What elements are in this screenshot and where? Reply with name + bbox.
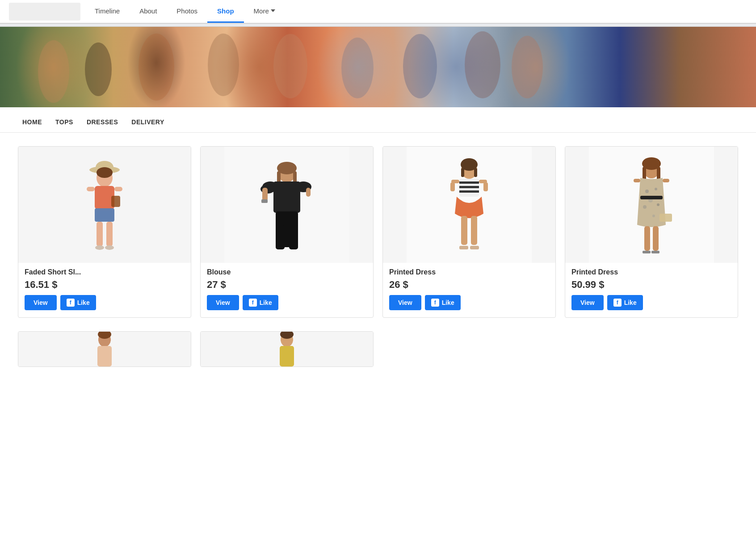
svg-point-5 <box>341 38 374 98</box>
product-actions-2: View f Like <box>207 295 367 310</box>
svg-rect-54 <box>470 246 479 249</box>
view-button-1[interactable]: View <box>25 295 57 310</box>
svg-rect-32 <box>262 188 268 201</box>
svg-point-3 <box>208 34 239 96</box>
product-card: Printed Dress 50.99 $ View f Like <box>565 146 738 318</box>
svg-point-20 <box>95 245 104 250</box>
product-info-2: Blouse 27 $ View f Like <box>201 263 373 317</box>
svg-rect-70 <box>644 226 650 251</box>
product-name-2: Blouse <box>207 268 367 276</box>
partial-figure-1 <box>91 332 118 367</box>
page-logo <box>9 3 80 21</box>
like-button-2[interactable]: f Like <box>243 295 278 310</box>
product-info-3: Printed Dress 26 $ View f Like <box>383 263 555 317</box>
svg-rect-37 <box>261 199 268 203</box>
banner-image <box>0 27 756 107</box>
svg-rect-53 <box>459 246 468 249</box>
svg-point-21 <box>105 245 114 250</box>
like-button-1[interactable]: f Like <box>60 295 96 310</box>
category-home[interactable]: HOME <box>22 118 42 126</box>
product-figure-2 <box>201 147 373 263</box>
product-grid: Faded Short Sl... 16.51 $ View f Like <box>0 133 756 331</box>
svg-rect-18 <box>97 222 103 246</box>
product-image-2 <box>201 147 373 263</box>
product-figure-1 <box>18 147 191 263</box>
svg-rect-22 <box>111 196 120 207</box>
product-name-3: Printed Dress <box>389 268 549 276</box>
nav-tab-photos[interactable]: Photos <box>167 0 207 23</box>
facebook-icon-3: f <box>431 299 439 307</box>
category-delivery[interactable]: DELIVERY <box>131 118 164 126</box>
partial-figure-2 <box>273 332 300 367</box>
like-button-3[interactable]: f Like <box>425 295 461 310</box>
product-image-4 <box>565 147 738 263</box>
facebook-icon-1: f <box>67 299 75 307</box>
svg-rect-73 <box>651 251 659 253</box>
product-actions-3: View f Like <box>389 295 549 310</box>
view-button-4[interactable]: View <box>571 295 604 310</box>
svg-rect-19 <box>106 222 113 246</box>
category-dresses[interactable]: DRESSES <box>87 118 118 126</box>
svg-point-6 <box>403 34 437 98</box>
view-button-2[interactable]: View <box>207 295 239 310</box>
view-button-3[interactable]: View <box>389 295 421 310</box>
product-figure-3 <box>383 147 555 263</box>
nav-tab-more[interactable]: More <box>244 0 285 23</box>
svg-rect-41 <box>461 168 464 177</box>
product-card-partial-2 <box>200 331 374 367</box>
chevron-down-icon <box>271 9 275 12</box>
product-grid-bottom <box>0 331 756 380</box>
facebook-icon-4: f <box>613 299 622 307</box>
product-figure-4 <box>565 147 738 263</box>
product-card: Blouse 27 $ View f Like <box>200 146 374 318</box>
svg-point-64 <box>643 205 647 209</box>
product-actions-1: View f Like <box>25 295 185 310</box>
svg-rect-52 <box>471 216 477 245</box>
product-image-3 <box>383 147 555 263</box>
facebook-icon-2: f <box>249 299 257 307</box>
product-info-4: Printed Dress 50.99 $ View f Like <box>565 263 738 317</box>
svg-rect-36 <box>289 225 298 249</box>
svg-rect-16 <box>114 187 122 191</box>
svg-point-8 <box>512 36 543 98</box>
navigation-bar: Timeline About Photos Shop More <box>0 0 756 23</box>
nav-tabs: Timeline About Photos Shop More <box>85 0 756 23</box>
product-card-partial-1 <box>18 331 191 367</box>
svg-point-65 <box>652 215 655 217</box>
nav-tab-shop[interactable]: Shop <box>207 0 244 23</box>
nav-tab-timeline[interactable]: Timeline <box>85 0 130 23</box>
product-info-1: Faded Short Sl... 16.51 $ View f Like <box>18 263 191 317</box>
product-price-3: 26 $ <box>389 279 549 291</box>
product-card: Faded Short Sl... 16.51 $ View f Like <box>18 146 191 318</box>
nav-tab-about[interactable]: About <box>130 0 167 23</box>
svg-point-13 <box>97 167 113 178</box>
svg-rect-76 <box>97 346 112 367</box>
product-price-4: 50.99 $ <box>571 279 731 291</box>
product-card: Printed Dress 26 $ View f Like <box>382 146 556 318</box>
separator <box>0 23 756 27</box>
svg-rect-72 <box>643 251 651 253</box>
like-button-4[interactable]: f Like <box>607 295 643 310</box>
svg-rect-15 <box>87 187 95 191</box>
svg-point-60 <box>645 190 649 193</box>
category-tops[interactable]: TOPS <box>55 118 73 126</box>
category-navigation: HOME TOPS DRESSES DELIVERY <box>0 107 756 133</box>
svg-rect-50 <box>483 182 488 191</box>
svg-rect-68 <box>663 179 669 182</box>
svg-point-61 <box>655 188 657 190</box>
product-name-4: Printed Dress <box>571 268 731 276</box>
svg-point-7 <box>465 31 500 98</box>
product-price-1: 16.51 $ <box>25 279 185 291</box>
logo-area <box>9 0 80 23</box>
svg-rect-46 <box>459 190 479 193</box>
svg-rect-51 <box>461 216 467 245</box>
svg-rect-45 <box>459 186 479 188</box>
svg-rect-71 <box>653 226 659 251</box>
product-price-2: 27 $ <box>207 279 367 291</box>
svg-point-4 <box>273 34 307 98</box>
shop-banner <box>0 27 756 107</box>
svg-point-63 <box>657 203 659 206</box>
svg-rect-66 <box>640 196 663 199</box>
svg-rect-42 <box>474 168 477 177</box>
svg-rect-49 <box>450 182 455 191</box>
